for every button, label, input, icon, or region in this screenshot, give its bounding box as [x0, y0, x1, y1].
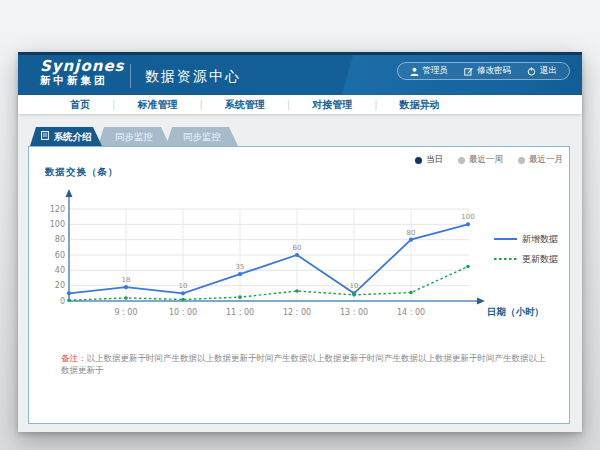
data-point	[295, 253, 299, 257]
y-axis-arrow	[66, 189, 73, 197]
x-tick-label: 12 : 00	[283, 308, 311, 317]
tab-label: 同步监控	[115, 127, 153, 146]
user-menu-label: 修改密码	[477, 65, 511, 77]
footnote-prefix: 备注：	[61, 353, 87, 363]
data-point	[124, 296, 128, 300]
user-menu-item[interactable]: 管理员	[410, 65, 449, 77]
legend-label-0: 新增数据	[522, 234, 558, 244]
tab-label: 系统介绍	[54, 127, 92, 146]
data-point	[466, 265, 470, 269]
x-tick-label: 13 : 00	[340, 308, 368, 317]
point-label: 10	[350, 282, 359, 290]
power-icon	[527, 67, 536, 76]
x-tick-label: 14 : 00	[397, 308, 425, 317]
nav-item-0[interactable]: 首页	[48, 98, 112, 112]
footnote: 备注：以上数据更新于时间产生数据以上数据更新于时间产生数据以上数据更新于时间产生…	[61, 353, 553, 377]
footnote-text: 以上数据更新于时间产生数据以上数据更新于时间产生数据以上数据更新于时间产生数据以…	[61, 353, 546, 375]
nav-item-2[interactable]: 系统管理	[203, 98, 287, 112]
point-label: 100	[461, 213, 474, 221]
legend-label-1: 更新数据	[522, 254, 558, 264]
document-icon	[41, 127, 49, 146]
x-tick-label: 11 : 00	[226, 308, 254, 317]
point-label: 80	[407, 229, 416, 237]
app-header: Synjones 新中新集团 数据资源中心 管理员修改密码退出	[18, 52, 582, 95]
app-window: Synjones 新中新集团 数据资源中心 管理员修改密码退出 首页|标准管理|…	[18, 52, 582, 432]
data-point	[238, 295, 242, 299]
tab-0[interactable]: 系统介绍	[30, 127, 102, 146]
y-tick-label: 40	[55, 266, 65, 275]
y-tick-label: 0	[60, 297, 65, 306]
y-tick-label: 100	[50, 220, 65, 229]
data-point	[67, 298, 71, 302]
user-menu-label: 退出	[540, 65, 557, 77]
point-label: 18	[122, 276, 131, 284]
chart-panel: 当日最近一周最近一月 数据交换（条） 0204060801001209 : 00…	[28, 146, 570, 424]
x-axis-arrow	[477, 298, 485, 305]
nav-item-3[interactable]: 对接管理	[290, 98, 374, 112]
data-point	[409, 291, 413, 295]
data-point	[352, 293, 356, 297]
point-label: 60	[293, 244, 302, 252]
user-menu-item[interactable]: 修改密码	[464, 65, 511, 77]
data-point	[238, 272, 242, 276]
y-tick-label: 80	[55, 235, 65, 244]
edit-icon	[464, 67, 473, 76]
tab-label: 同步监控	[183, 127, 221, 146]
logo-brand-text: Synjones	[40, 58, 125, 75]
data-point	[181, 291, 185, 295]
navbar: 首页|标准管理|系统管理|对接管理|数据异动	[18, 95, 582, 114]
data-point	[295, 289, 299, 293]
user-menu-item[interactable]: 退出	[527, 65, 557, 77]
x-tick-label: 10 : 00	[169, 308, 197, 317]
y-tick-label: 60	[55, 251, 65, 260]
logo-company-name: 新中新集团	[40, 75, 125, 87]
line-chart: 0204060801001209 : 0010 : 0011 : 0012 : …	[29, 147, 571, 425]
nav-item-4[interactable]: 数据异动	[378, 98, 462, 112]
y-tick-label: 120	[50, 205, 65, 214]
user-icon	[410, 67, 419, 76]
user-menu-label: 管理员	[423, 65, 449, 77]
user-menu: 管理员修改密码退出	[397, 62, 571, 80]
point-label: 35	[236, 263, 245, 271]
x-axis-title: 日期（小时）	[487, 306, 544, 319]
company-logo[interactable]: Synjones 新中新集团	[40, 58, 125, 86]
data-point	[409, 238, 413, 242]
point-label: 10	[179, 282, 188, 290]
nav-item-1[interactable]: 标准管理	[115, 98, 199, 112]
tab-2[interactable]: 同步监控	[166, 127, 238, 146]
data-point	[181, 298, 185, 302]
tab-1[interactable]: 同步监控	[98, 127, 170, 146]
page-title: 数据资源中心	[130, 64, 241, 88]
tab-bar: 系统介绍同步监控同步监控	[30, 127, 234, 146]
content-area: 系统介绍同步监控同步监控 当日最近一周最近一月 数据交换（条） 02040608…	[18, 114, 582, 432]
data-point	[67, 291, 71, 295]
data-point	[466, 222, 470, 226]
x-tick-label: 9 : 00	[114, 308, 137, 317]
y-tick-label: 20	[55, 281, 65, 290]
data-point	[124, 285, 128, 289]
